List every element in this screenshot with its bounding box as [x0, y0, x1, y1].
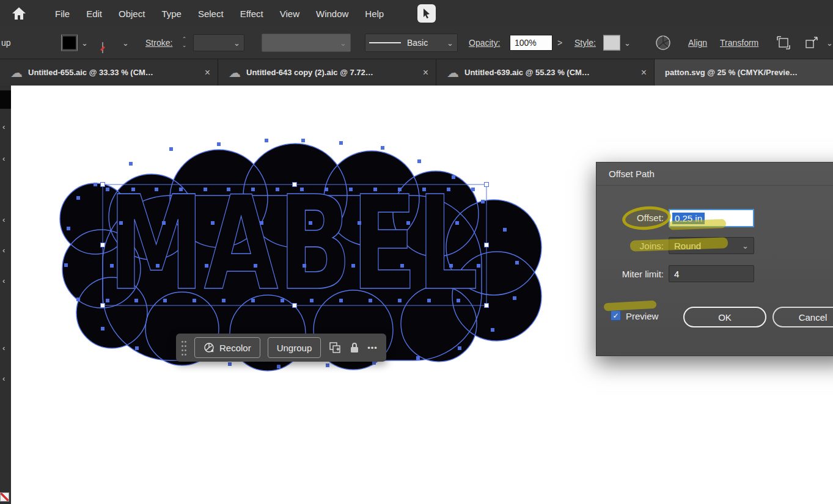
joins-dropdown[interactable]: Round ⌄ — [669, 237, 754, 254]
cloud-doc-icon: ☁ — [447, 65, 459, 80]
menu-bar: File Edit Object Type Select Effect View… — [0, 0, 833, 27]
dialog-title: Offset Path — [609, 169, 655, 179]
tab-patton-svg[interactable]: patton.svg @ 25 % (CMYK/Previe… — [655, 59, 833, 86]
brush-definition-combo: ⌄ — [262, 34, 351, 52]
clipped-group-label: up — [1, 38, 11, 48]
menu-object[interactable]: Object — [119, 9, 145, 19]
fill-chevron-down-icon[interactable]: ⌄ — [81, 39, 88, 47]
tab-title: Untitled-655.aic @ 33.33 % (CM… — [28, 68, 153, 77]
clipped-swatch — [0, 90, 11, 109]
graphic-style-label[interactable]: Style: — [574, 38, 596, 48]
panel-collapse-icon[interactable]: ‹ — [2, 215, 5, 224]
group-icon[interactable] — [328, 341, 342, 354]
lock-icon[interactable] — [349, 341, 360, 354]
home-icon[interactable] — [11, 5, 27, 21]
menu-help[interactable]: Help — [365, 9, 384, 19]
panel-collapse-icon[interactable]: ‹ — [2, 122, 5, 131]
panel-collapse-icon[interactable]: ‹ — [2, 154, 5, 163]
cancel-button[interactable]: Cancel — [772, 307, 833, 327]
line-style-sample — [369, 42, 401, 43]
more-options-icon[interactable]: ••• — [367, 343, 378, 352]
graphic-style-swatch[interactable] — [603, 35, 620, 51]
stroke-style-combo[interactable]: Basic ⌄ — [365, 34, 458, 52]
checkmark-icon: ✓ — [612, 312, 618, 320]
offset-label: Offset: — [596, 213, 664, 223]
opacity-input[interactable]: 100% — [510, 35, 552, 51]
preview-highlight — [604, 301, 657, 311]
dialog-titlebar[interactable]: Offset Path — [596, 163, 833, 186]
pointer-tool-icon[interactable] — [417, 4, 436, 23]
opacity-arrow-icon[interactable]: > — [557, 38, 562, 47]
collapsed-panel-strip: ‹ ‹ ‹ ‹ ‹ ‹ ‹ — [0, 86, 11, 504]
joins-value: Round — [674, 241, 701, 251]
stroke-weight-chevron-icon[interactable]: ⌄ — [233, 39, 240, 47]
cloud-doc-icon: ☁ — [229, 65, 241, 80]
shape-builder-icon[interactable] — [804, 35, 819, 50]
transform-panel-label[interactable]: Transform — [720, 38, 758, 48]
menu-edit[interactable]: Edit — [86, 9, 102, 19]
preview-checkbox[interactable]: ✓ — [611, 310, 621, 321]
tab-untitled-655[interactable]: ☁ Untitled-655.aic @ 33.33 % (CM… × — [0, 59, 218, 86]
stroke-weight-label[interactable]: Stroke: — [145, 38, 172, 48]
controlbar-overflow-chevron-icon[interactable]: ⌄ — [826, 39, 833, 47]
ungroup-label: Ungroup — [277, 343, 312, 353]
control-bar: up ⌄ ⌄ Stroke: ⌃ ⌄ ⌄ ⌄ Basic ⌄ Opacity: … — [0, 27, 833, 59]
ok-button[interactable]: OK — [683, 307, 766, 327]
stroke-style-value: Basic — [407, 38, 428, 48]
context-task-bar: Recolor Ungroup ••• — [176, 334, 386, 362]
stroke-chevron-down-icon[interactable]: ⌄ — [122, 39, 129, 47]
preview-label: Preview — [626, 311, 658, 321]
recolor-icon — [204, 342, 215, 353]
stroke-weight-combo[interactable]: ⌄ — [193, 34, 244, 51]
miter-limit-value: 4 — [674, 269, 679, 279]
stroke-weight-stepper[interactable]: ⌃ ⌄ — [180, 34, 189, 51]
graphic-style-chevron-icon[interactable]: ⌄ — [624, 39, 631, 47]
document-tab-bar: ☁ Untitled-655.aic @ 33.33 % (CM… × ☁ Un… — [0, 59, 833, 86]
panel-collapse-icon[interactable]: ‹ — [2, 246, 5, 255]
recolor-label: Recolor — [219, 343, 251, 353]
clipped-none-swatch — [0, 492, 9, 502]
fill-color-swatch[interactable] — [61, 35, 78, 51]
menu-type[interactable]: Type — [161, 9, 182, 19]
opacity-value: 100% — [515, 38, 537, 48]
tab-title: patton.svg @ 25 % (CMYK/Previe… — [665, 68, 798, 77]
menu-effect[interactable]: Effect — [240, 9, 263, 19]
tab-title: Untitled-639.aic @ 55.23 % (CM… — [464, 68, 590, 77]
recolor-button[interactable]: Recolor — [194, 337, 260, 358]
tab-untitled-639[interactable]: ☁ Untitled-639.aic @ 55.23 % (CM… × — [436, 59, 655, 86]
panel-collapse-icon[interactable]: ‹ — [2, 374, 5, 383]
tab-close-icon[interactable]: × — [205, 67, 210, 78]
align-panel-label[interactable]: Align — [688, 38, 707, 48]
tab-title: Untitled-643 copy (2).aic @ 7.72… — [246, 68, 373, 77]
ungroup-button[interactable]: Ungroup — [268, 337, 321, 358]
brush-combo-chevron-icon: ⌄ — [340, 39, 347, 47]
menu-view[interactable]: View — [280, 9, 299, 19]
panel-collapse-icon[interactable]: ‹ — [2, 276, 5, 285]
color-wheel-icon[interactable] — [655, 35, 671, 51]
tab-close-icon[interactable]: × — [641, 67, 647, 78]
menu-select[interactable]: Select — [198, 9, 224, 19]
tab-untitled-643-copy[interactable]: ☁ Untitled-643 copy (2).aic @ 7.72… × — [218, 59, 436, 86]
stroke-style-chevron-icon[interactable]: ⌄ — [447, 39, 453, 47]
joins-chevron-icon[interactable]: ⌄ — [742, 242, 749, 250]
toolbar-grip-handle[interactable] — [181, 340, 187, 356]
miter-limit-label: Miter limit: — [596, 269, 664, 279]
miter-limit-input[interactable]: 4 — [669, 265, 754, 282]
panel-collapse-icon[interactable]: ‹ — [2, 343, 5, 352]
tab-close-icon[interactable]: × — [423, 67, 428, 78]
offset-path-dialog: Offset Path Offset: 0.25 in Joins: Round… — [596, 162, 833, 356]
offset-input[interactable]: 0.25 in — [669, 209, 754, 227]
offset-value-selected: 0.25 in — [672, 213, 705, 224]
stepper-down-icon[interactable]: ⌄ — [182, 43, 187, 49]
cloud-doc-icon: ☁ — [10, 65, 23, 80]
stroke-color-swatch[interactable] — [102, 42, 103, 53]
joins-label: Joins: — [596, 241, 664, 251]
menu-window[interactable]: Window — [316, 9, 348, 19]
menu-file[interactable]: File — [55, 9, 70, 19]
free-transform-icon[interactable] — [776, 35, 791, 50]
opacity-label[interactable]: Opacity: — [469, 38, 500, 48]
